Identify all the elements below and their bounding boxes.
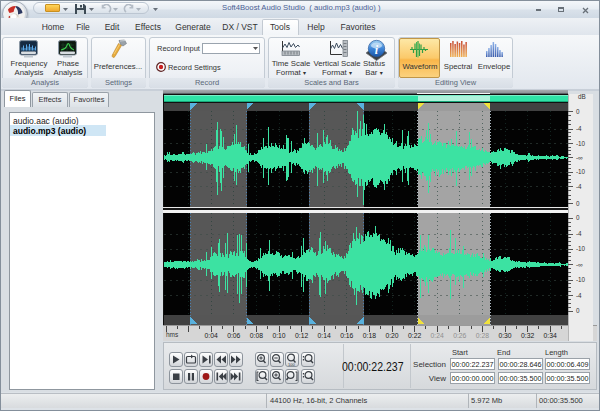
svg-text:0: 0 bbox=[576, 307, 580, 314]
svg-text:-10: -10 bbox=[576, 276, 586, 283]
svg-text:0:16: 0:16 bbox=[340, 332, 353, 339]
svg-text:-4: -4 bbox=[576, 292, 582, 299]
svg-text:-∞: -∞ bbox=[576, 154, 583, 161]
svg-text:0: 0 bbox=[576, 200, 580, 207]
svg-text:0:08: 0:08 bbox=[250, 332, 263, 339]
svg-text:-10: -10 bbox=[576, 140, 586, 147]
svg-text:hms: hms bbox=[166, 331, 179, 338]
svg-text:0:20: 0:20 bbox=[385, 332, 398, 339]
svg-text:0:10: 0:10 bbox=[272, 332, 285, 339]
svg-text:0:34: 0:34 bbox=[544, 332, 557, 339]
svg-text:0:30: 0:30 bbox=[498, 332, 511, 339]
svg-text:-4: -4 bbox=[576, 183, 582, 190]
svg-text:0: 0 bbox=[576, 214, 580, 221]
svg-text:0: 0 bbox=[576, 108, 580, 115]
svg-text:0:06: 0:06 bbox=[227, 332, 240, 339]
svg-text:0:22: 0:22 bbox=[408, 332, 421, 339]
svg-text:dB: dB bbox=[578, 94, 586, 100]
svg-text:100: 100 bbox=[288, 362, 295, 367]
svg-text:0:04: 0:04 bbox=[205, 332, 218, 339]
svg-text:-∞: -∞ bbox=[576, 261, 583, 268]
svg-text:0:26: 0:26 bbox=[453, 332, 466, 339]
svg-text:0:12: 0:12 bbox=[295, 332, 308, 339]
svg-text:-10: -10 bbox=[576, 245, 586, 252]
svg-text:-4: -4 bbox=[576, 125, 582, 132]
svg-text:0:18: 0:18 bbox=[363, 332, 376, 339]
svg-text:0:24: 0:24 bbox=[431, 332, 444, 339]
svg-text:-4: -4 bbox=[576, 230, 582, 237]
svg-text:0:28: 0:28 bbox=[476, 332, 489, 339]
svg-text:0:14: 0:14 bbox=[318, 332, 331, 339]
svg-text:-10: -10 bbox=[576, 168, 586, 175]
svg-text:0:32: 0:32 bbox=[521, 332, 534, 339]
